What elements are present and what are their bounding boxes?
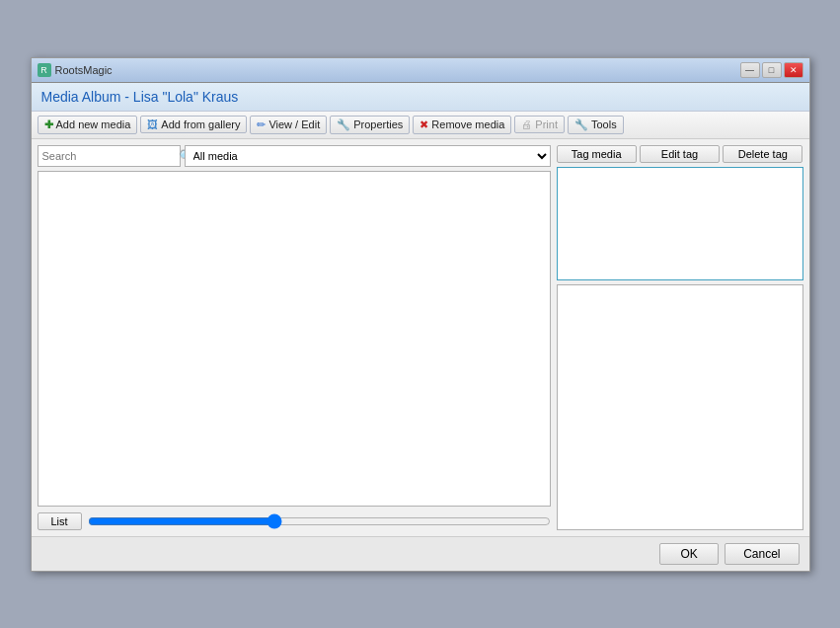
gallery-icon: 🖼 <box>147 118 158 130</box>
add-new-media-label: Add new media <box>56 118 131 130</box>
edit-tag-button[interactable]: Edit tag <box>640 145 720 163</box>
edit-icon: ✏ <box>257 118 266 131</box>
tag-media-button[interactable]: Tag media <box>557 145 637 163</box>
search-input[interactable] <box>42 150 179 162</box>
add-icon: ✚ <box>44 118 53 131</box>
add-new-media-button[interactable]: ✚ Add new media <box>38 116 138 134</box>
remove-media-button[interactable]: ✖ Remove media <box>413 116 511 134</box>
print-label: Print <box>535 118 558 130</box>
title-bar: R RootsMagic — □ ✕ <box>32 58 809 83</box>
properties-button[interactable]: 🔧 Properties <box>330 116 410 134</box>
print-button[interactable]: 🖨 Print <box>514 116 565 133</box>
list-button[interactable]: List <box>38 512 82 530</box>
main-window: R RootsMagic — □ ✕ Media Album - Lisa "L… <box>31 57 810 572</box>
left-panel: 🔍 All media List <box>38 145 551 530</box>
tools-label: Tools <box>591 118 617 130</box>
tools-button[interactable]: 🔧 Tools <box>568 116 624 134</box>
print-icon: 🖨 <box>521 118 532 130</box>
ok-button[interactable]: OK <box>659 543 719 565</box>
toolbar: ✚ Add new media 🖼 Add from gallery ✏ Vie… <box>32 112 809 139</box>
media-list[interactable] <box>38 171 551 507</box>
properties-label: Properties <box>353 118 403 130</box>
window-title: Media Album - Lisa "Lola" Kraus <box>32 83 809 112</box>
properties-icon: 🔧 <box>337 118 350 131</box>
app-icon: R <box>38 63 51 77</box>
cancel-button[interactable]: Cancel <box>725 543 799 565</box>
media-filter-select[interactable]: All media <box>185 145 551 167</box>
remove-media-label: Remove media <box>431 118 504 130</box>
preview-image <box>557 167 803 280</box>
remove-icon: ✖ <box>420 118 428 131</box>
add-from-gallery-label: Add from gallery <box>161 118 240 130</box>
tag-buttons: Tag media Edit tag Delete tag <box>557 145 803 163</box>
add-from-gallery-button[interactable]: 🖼 Add from gallery <box>140 116 247 133</box>
search-row: 🔍 All media <box>38 145 551 167</box>
tag-details <box>557 284 803 530</box>
minimize-button[interactable]: — <box>740 62 760 78</box>
view-edit-label: View / Edit <box>268 118 320 130</box>
search-box: 🔍 <box>38 145 181 167</box>
delete-tag-button[interactable]: Delete tag <box>723 145 802 163</box>
window-footer: OK Cancel <box>32 536 809 571</box>
maximize-button[interactable]: □ <box>762 62 782 78</box>
view-edit-button[interactable]: ✏ View / Edit <box>250 116 327 134</box>
list-footer: List <box>38 510 551 530</box>
zoom-slider-track <box>88 512 551 530</box>
zoom-slider[interactable] <box>88 513 551 529</box>
app-name: RootsMagic <box>55 64 113 76</box>
content-area: 🔍 All media List Tag media Edit tag <box>32 139 809 536</box>
title-bar-left: R RootsMagic <box>38 63 113 77</box>
close-button[interactable]: ✕ <box>784 62 803 78</box>
right-panel: Tag media Edit tag Delete tag <box>557 145 803 530</box>
title-controls: — □ ✕ <box>740 62 803 78</box>
tools-icon: 🔧 <box>574 118 588 131</box>
